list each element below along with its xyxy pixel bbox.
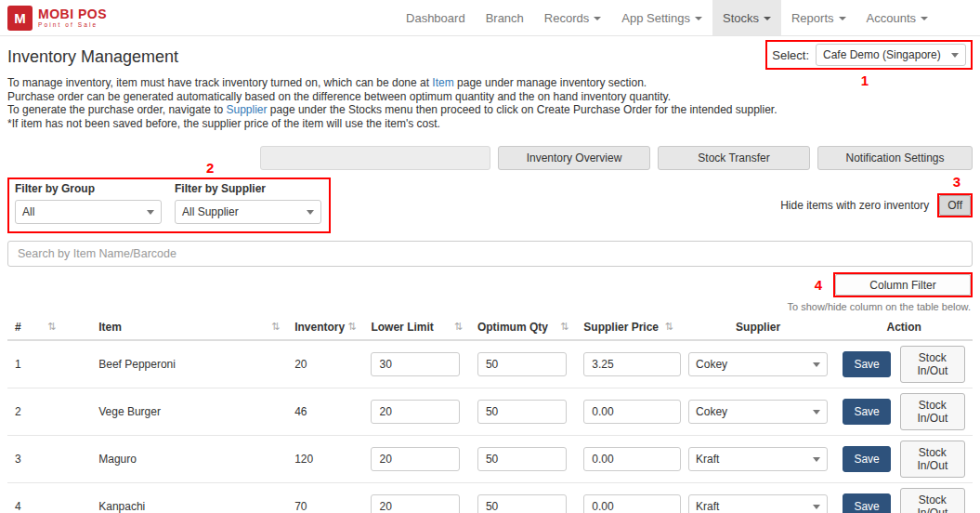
brand-logo[interactable]: M MOBI POS Point of Sale bbox=[7, 0, 107, 35]
supplier-price-input[interactable] bbox=[583, 400, 681, 424]
zero-inventory-toggle[interactable]: Off bbox=[939, 195, 971, 216]
column-header-label: # bbox=[15, 321, 21, 334]
column-header-optimum-qty[interactable]: Optimum Qty⇅ bbox=[470, 315, 576, 340]
sort-icon[interactable]: ⇅ bbox=[560, 321, 568, 333]
sort-icon[interactable]: ⇅ bbox=[347, 321, 356, 333]
row-number: 3 bbox=[7, 436, 63, 483]
action-cell: SaveStock In/Out bbox=[843, 393, 965, 430]
supplier-select[interactable]: Kraft bbox=[688, 447, 828, 471]
toolbar-button-stock-transfer[interactable]: Stock Transfer bbox=[658, 146, 810, 170]
lower-limit-input[interactable] bbox=[371, 352, 460, 376]
optimum-qty-input[interactable] bbox=[477, 447, 567, 471]
stock-in-out-button[interactable]: Stock In/Out bbox=[900, 488, 965, 513]
table-header-row: #⇅Item⇅Inventory⇅Lower Limit⇅Optimum Qty… bbox=[7, 315, 973, 340]
nav-item-label: Accounts bbox=[867, 11, 916, 25]
nav-item-dashboard[interactable]: Dashboard bbox=[396, 0, 476, 35]
stock-in-out-button[interactable]: Stock In/Out bbox=[900, 393, 965, 430]
nav-item-records[interactable]: Records bbox=[534, 0, 611, 35]
supplier-select[interactable]: Cokey bbox=[688, 352, 828, 376]
toolbar-button-notification-settings[interactable]: Notification Settings bbox=[817, 146, 973, 170]
description-line: To generate the purchase order, navigate… bbox=[7, 103, 973, 117]
branch-select-label: Select: bbox=[772, 48, 809, 62]
toolbar-button-inventory-overview[interactable]: Inventory Overview bbox=[498, 146, 650, 170]
chevron-down-icon bbox=[813, 362, 820, 367]
filter-supplier-label: Filter by Supplier bbox=[175, 182, 321, 195]
table-row: 2Vege Burger46CokeySaveStock In/Out bbox=[7, 388, 973, 436]
nav-item-accounts[interactable]: Accounts bbox=[856, 0, 938, 35]
table-row: 3Maguro120KraftSaveStock In/Out bbox=[7, 436, 973, 483]
supplier-select[interactable]: Cokey bbox=[688, 400, 828, 424]
toolbar-button-disabled[interactable] bbox=[260, 146, 490, 170]
column-header-label: Action bbox=[887, 321, 921, 334]
column-header-item[interactable]: Item⇅ bbox=[63, 315, 287, 340]
lower-limit-input[interactable] bbox=[371, 447, 460, 471]
column-filter-button[interactable]: Column Filter bbox=[835, 274, 971, 296]
sort-icon[interactable]: ⇅ bbox=[47, 321, 56, 333]
supplier-price-input[interactable] bbox=[583, 352, 681, 376]
branch-select-wrap: Select: Cafe Demo (Singapore) 1 bbox=[765, 40, 973, 70]
stock-in-out-button[interactable]: Stock In/Out bbox=[900, 346, 965, 383]
inventory-table: #⇅Item⇅Inventory⇅Lower Limit⇅Optimum Qty… bbox=[7, 315, 973, 513]
save-button[interactable]: Save bbox=[843, 351, 890, 377]
column-header-[interactable]: #⇅ bbox=[7, 315, 63, 340]
annotation-2: 2 bbox=[206, 160, 214, 176]
brand-text: MOBI POS Point of Sale bbox=[38, 7, 107, 28]
column-header-label: Lower Limit bbox=[371, 321, 433, 334]
branch-select-box: Select: Cafe Demo (Singapore) bbox=[765, 40, 973, 70]
column-header-inventory[interactable]: Inventory⇅ bbox=[287, 315, 363, 340]
supplier-filter-select[interactable]: All Supplier bbox=[175, 200, 321, 224]
chevron-down-icon bbox=[921, 17, 928, 20]
column-header-supplier: Supplier bbox=[681, 315, 836, 340]
column-filter-hint: To show/hide column on the table below. bbox=[787, 301, 971, 312]
search-input[interactable] bbox=[7, 241, 973, 267]
sort-icon[interactable]: ⇅ bbox=[665, 321, 673, 333]
column-header-label: Supplier Price bbox=[583, 321, 659, 334]
column-header-lower-limit[interactable]: Lower Limit⇅ bbox=[363, 315, 469, 340]
supplier-select-value: Kraft bbox=[696, 453, 719, 466]
navbar: M MOBI POS Point of Sale DashboardBranch… bbox=[0, 0, 980, 36]
lower-limit-input[interactable] bbox=[371, 494, 460, 513]
page-content: Inventory Management Select: Cafe Demo (… bbox=[0, 36, 980, 513]
chevron-down-icon bbox=[594, 17, 601, 20]
sort-icon[interactable]: ⇅ bbox=[454, 321, 463, 333]
action-cell: SaveStock In/Out bbox=[843, 488, 965, 513]
annotation-3: 3 bbox=[953, 174, 960, 190]
stock-in-out-button[interactable]: Stock In/Out bbox=[900, 441, 965, 478]
description-line: *If item has not been saved before, the … bbox=[7, 117, 973, 131]
nav-item-branch[interactable]: Branch bbox=[476, 0, 534, 35]
lower-limit-input[interactable] bbox=[371, 400, 460, 424]
supplier-select-value: Cokey bbox=[696, 405, 727, 418]
save-button[interactable]: Save bbox=[843, 493, 890, 513]
optimum-qty-input[interactable] bbox=[477, 352, 567, 376]
supplier-price-input[interactable] bbox=[583, 494, 681, 513]
supplier-select[interactable]: Kraft bbox=[688, 494, 828, 513]
brand-name: MOBI POS bbox=[38, 7, 107, 21]
nav-item-reports[interactable]: Reports bbox=[781, 0, 856, 35]
optimum-qty-input[interactable] bbox=[477, 400, 567, 424]
save-button[interactable]: Save bbox=[843, 399, 890, 425]
supplier-price-input[interactable] bbox=[583, 447, 681, 471]
inline-link[interactable]: Supplier bbox=[227, 103, 268, 116]
main-nav: DashboardBranchRecordsApp SettingsStocks… bbox=[396, 0, 938, 35]
inventory-value: 70 bbox=[287, 483, 363, 513]
supplier-filter-value: All Supplier bbox=[182, 205, 239, 218]
brand-logo-icon: M bbox=[7, 6, 33, 31]
column-header-label: Optimum Qty bbox=[477, 321, 548, 334]
description-text: Purchase order can be generated automati… bbox=[7, 90, 671, 103]
chevron-down-icon bbox=[147, 210, 154, 215]
nav-item-app-settings[interactable]: App Settings bbox=[611, 0, 712, 35]
inline-link[interactable]: Item bbox=[432, 76, 453, 89]
zero-inventory-control: 3 Hide items with zero inventory Off bbox=[780, 193, 973, 217]
optimum-qty-input[interactable] bbox=[477, 494, 567, 513]
chevron-down-icon bbox=[307, 210, 314, 215]
column-header-supplier-price[interactable]: Supplier Price⇅ bbox=[576, 315, 680, 340]
nav-item-stocks[interactable]: Stocks bbox=[712, 0, 781, 35]
annotation-1: 1 bbox=[861, 72, 869, 88]
branch-select[interactable]: Cafe Demo (Singapore) bbox=[816, 44, 966, 66]
save-button[interactable]: Save bbox=[843, 446, 890, 472]
sort-icon[interactable]: ⇅ bbox=[271, 321, 280, 333]
filter-supplier: Filter by Supplier All Supplier bbox=[175, 182, 321, 224]
description-line: Purchase order can be generated automati… bbox=[7, 90, 973, 104]
group-filter-select[interactable]: All bbox=[15, 200, 162, 224]
description-text: To manage inventory, item must have trac… bbox=[7, 76, 432, 89]
